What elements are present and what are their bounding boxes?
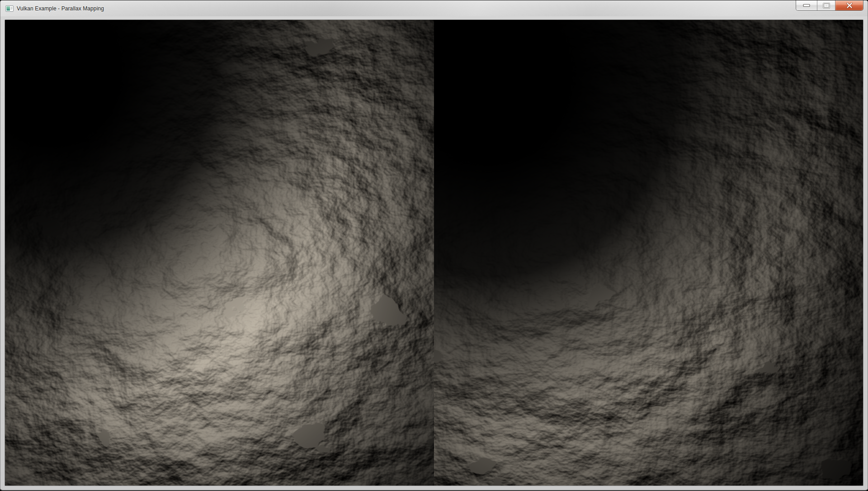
close-button[interactable] [835,0,863,10]
window-frame [0,16,868,490]
window-title: Vulkan Example - Parallax Mapping [17,5,104,12]
minimize-button[interactable] [796,0,817,10]
app-window: Vulkan Example - Parallax Mapping [0,0,868,491]
app-icon[interactable] [5,5,14,12]
rock-render-right [434,20,863,486]
maximize-button[interactable] [817,0,835,10]
window-controls [796,0,863,11]
minimize-icon [803,4,810,7]
render-area [5,20,863,486]
close-icon [846,3,853,8]
titlebar[interactable]: Vulkan Example - Parallax Mapping [0,0,868,16]
rock-render-left [5,20,434,486]
viewport-left[interactable] [5,20,434,486]
viewport-right[interactable] [434,20,863,486]
maximize-icon [823,3,830,9]
